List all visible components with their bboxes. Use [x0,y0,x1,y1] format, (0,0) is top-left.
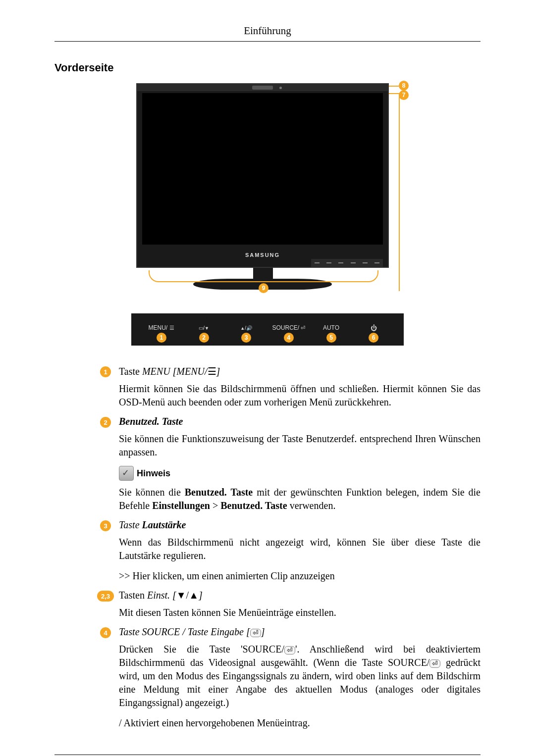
front-button-panel: MENU/ 1 2 3 SOURCE/ 4 AUTO 5 [131,313,404,346]
custom-icon [199,324,205,331]
bullet-3: 3 [100,520,111,531]
entry-1-title: Taste MENU [MENU/☰] [119,365,481,377]
monitor-illustration: SAMSUNG 8 7 9 [131,83,404,294]
enter-icon [299,324,305,331]
callout-bracket-9 [149,270,378,282]
note-label: Hinweis [137,468,170,479]
panel-num-5: 5 [326,333,336,343]
panel-btn-auto: AUTO 5 [310,324,353,332]
figure-container: SAMSUNG 8 7 9 MENU/ 1 [54,83,481,346]
callout-line-8 [389,86,399,87]
entry-4-title: Taste SOURCE / Taste Eingabe [⏎] [119,626,481,638]
panel-btn-menu: MENU/ 1 [140,324,183,332]
panel-btn-source: SOURCE/ 4 [268,324,310,332]
callout-8: 8 [399,81,409,91]
entry-volume: 3 Taste Lautstärke Wenn das Bildschirmme… [119,519,481,583]
volume-icon [245,324,252,331]
callout-line-7a [389,93,399,94]
entry-adjust: 2,3 Tasten Einst. [▼/▲] Mit diesen Taste… [119,590,481,619]
brand-label: SAMSUNG [137,252,388,258]
bullet-2: 2 [100,417,111,428]
entry-custom: 2 Benutzed. Taste Sie können die Funktio… [119,416,481,512]
down-icon [205,324,209,331]
front-buttons-strip [311,259,383,267]
monitor-bezel: SAMSUNG [136,83,389,268]
power-icon [371,325,377,332]
entry-menu: 1 Taste MENU [MENU/☰] Hiermit können Sie… [119,365,481,409]
bullet-1: 1 [100,366,111,377]
panel-num-4: 4 [284,333,294,343]
entry-3-title: Taste Lautstärke [119,519,481,531]
entry-23-title: Tasten Einst. [▼/▲] [119,590,481,601]
entry-2-title: Benutzed. Taste [119,416,481,427]
entry-23-body: Mit diesen Tasten können Sie Menüeinträg… [119,606,481,619]
entry-2-body2: Sie können die Benutzed. Taste mit der g… [119,486,481,512]
entry-1-body: Hiermit können Sie das Bildschirmmenü öf… [119,382,481,409]
callout-7: 7 [399,90,409,100]
callout-9: 9 [259,283,268,293]
menu-icon [167,324,174,331]
footer-rule [54,755,481,755]
panel-num-6: 6 [369,333,378,343]
panel-num-3: 3 [241,333,251,343]
entry-4-body1: Drücken Sie die Taste 'SOURCE/⏎'. Anschl… [119,643,481,709]
section-title: Vorderseite [54,61,481,74]
callout-line-7b [399,93,400,291]
entry-3-body1: Wenn das Bildschirmmenü nicht angezeigt … [119,536,481,562]
note-row: Hinweis [119,466,481,481]
enter-icon: ⏎ [284,646,295,655]
panel-btn-volume: 3 [225,324,268,332]
enter-icon: ⏎ [250,629,261,637]
monitor-top-bar [137,84,388,91]
up-icon [240,324,245,331]
panel-btn-power: 6 [352,324,395,332]
entry-3-body2: >> Hier klicken, um einen animierten Cli… [119,569,481,583]
bullet-2-3: 2,3 [97,591,114,602]
webcam-icon [252,86,273,90]
bullet-4: 4 [100,627,111,638]
panel-num-2: 2 [199,333,209,343]
monitor-screen [142,93,383,245]
entry-4-body2: / Aktiviert einen hervorgehobenen Menüei… [119,716,481,730]
entry-2-body1: Sie können die Funktionszuweisung der Ta… [119,432,481,459]
panel-btn-custom: 2 [183,324,225,332]
note-icon [119,466,134,481]
page-header: Einführung [54,25,481,42]
panel-num-1: 1 [157,333,166,343]
entry-source: 4 Taste SOURCE / Taste Eingabe [⏎] Drück… [119,626,481,730]
enter-icon: ⏎ [429,659,440,668]
